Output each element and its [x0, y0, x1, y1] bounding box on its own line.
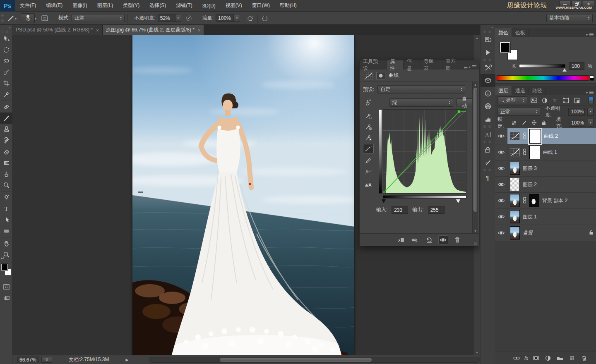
filter-adjustment-layers-icon[interactable] — [541, 97, 549, 104]
panel-menu-icon[interactable] — [472, 65, 476, 68]
k-value-field[interactable]: 100 — [569, 62, 584, 70]
clone-stamp-tool[interactable] — [0, 124, 12, 135]
layer-name[interactable]: 曲线 2 — [544, 133, 558, 140]
dock-collapse-icon[interactable]: « — [481, 25, 495, 31]
close-tab-icon[interactable] — [198, 28, 200, 33]
character-panel-icon[interactable]: A — [481, 128, 495, 141]
move-tool[interactable] — [0, 33, 12, 44]
white-point-eyedropper[interactable] — [363, 132, 374, 142]
path-selection-tool[interactable] — [0, 214, 12, 225]
new-adjustment-layer-icon[interactable] — [544, 354, 552, 362]
opacity-dropdown-button[interactable] — [175, 14, 181, 22]
channel-select[interactable]: 绿 — [389, 98, 453, 107]
panel-menu-caret[interactable] — [469, 64, 471, 69]
brush-preset-caret[interactable] — [15, 15, 17, 21]
tab-navigator[interactable]: 导航器 — [421, 60, 442, 69]
pencil-curve-tool[interactable] — [363, 156, 374, 165]
dodge-tool[interactable] — [0, 180, 12, 191]
layer-style-icon[interactable]: fx — [524, 355, 528, 361]
link-layers-icon[interactable] — [512, 354, 521, 362]
curve-black-point[interactable] — [383, 191, 386, 193]
visibility-eye-icon[interactable] — [495, 128, 507, 144]
visibility-eye-icon[interactable] — [495, 225, 507, 241]
k-slider[interactable] — [519, 64, 565, 68]
layer-row-curves-1[interactable]: 曲线 1 — [495, 144, 596, 160]
curve-white-point[interactable] — [458, 110, 461, 113]
scroll-up-icon[interactable]: ▲ — [474, 35, 480, 40]
lock-pixels-icon[interactable] — [520, 119, 528, 127]
layer-mask-thumb[interactable] — [529, 146, 540, 159]
filter-shape-layers-icon[interactable] — [562, 97, 570, 104]
input-value-field[interactable]: 233 — [392, 206, 408, 214]
tab-layers[interactable]: 图层 — [495, 86, 512, 95]
preset-select[interactable]: 自定 — [377, 85, 465, 93]
new-layer-icon[interactable] — [568, 354, 576, 362]
reset-adjustment-icon[interactable] — [424, 235, 434, 244]
scroll-down-icon[interactable]: ▼ — [473, 228, 478, 233]
delete-layer-icon[interactable] — [580, 354, 588, 362]
tab-histogram[interactable]: 直方图 — [442, 60, 464, 69]
toolbar-collapse-icon[interactable]: » — [0, 25, 12, 31]
paragraph-panel-icon[interactable]: ¶ — [481, 171, 495, 184]
scroll-down-icon[interactable]: ▼ — [474, 350, 480, 355]
clip-to-layer-icon[interactable] — [396, 235, 406, 244]
color-spectrum-ramp[interactable] — [497, 75, 589, 81]
panel-collapse-icon[interactable] — [464, 64, 467, 69]
quick-mask-button[interactable] — [0, 281, 12, 292]
toggle-brush-panel-icon[interactable] — [41, 14, 49, 22]
filter-pixel-layers-icon[interactable] — [530, 97, 538, 104]
menu-file[interactable]: 文件(F) — [15, 0, 41, 12]
type-tool[interactable]: T — [0, 203, 12, 214]
layer-opacity-dropdown[interactable] — [587, 108, 594, 116]
layer-thumb[interactable] — [510, 194, 520, 207]
navigator-panel-icon[interactable] — [481, 100, 495, 113]
toggle-visibility-icon[interactable] — [438, 235, 448, 244]
curves-grid[interactable] — [383, 109, 466, 194]
delete-adjustment-icon[interactable] — [452, 235, 462, 244]
layer-name[interactable]: 背景 — [523, 230, 533, 237]
swap-colors-icon[interactable]: ⇄ — [1, 256, 4, 260]
tab-info[interactable]: 信息 — [404, 60, 421, 69]
add-layer-mask-icon[interactable] — [532, 354, 540, 362]
filter-toggle-switch[interactable] — [589, 97, 594, 104]
layer-thumb[interactable] — [510, 226, 520, 239]
output-value-field[interactable]: 255 — [428, 206, 445, 214]
canvas-horizontal-scrollbar[interactable] — [149, 357, 480, 363]
filter-smart-objects-icon[interactable] — [573, 97, 581, 104]
properties-scrollbar[interactable]: ▲ ▼ — [472, 82, 478, 233]
visibility-eye-icon[interactable] — [495, 209, 507, 225]
layer-name[interactable]: 图层 3 — [523, 165, 537, 172]
menu-type[interactable]: 类型(Y) — [118, 0, 144, 12]
layer-row-curves-2[interactable]: 曲线 2 — [495, 128, 596, 144]
menu-edit[interactable]: 编辑(E) — [41, 0, 67, 12]
filter-type-select[interactable]: 类型 — [497, 96, 527, 104]
smooth-curve-icon[interactable] — [363, 167, 374, 177]
tablet-size-icon[interactable] — [261, 14, 269, 22]
filter-type-layers-icon[interactable]: T — [551, 97, 560, 104]
menu-help[interactable]: 帮助(H) — [275, 0, 302, 12]
actions-panel-icon[interactable] — [481, 46, 495, 59]
scroll-thumb[interactable] — [473, 88, 477, 212]
eraser-tool[interactable] — [0, 146, 12, 157]
layer-name[interactable]: 曲线 1 — [543, 149, 557, 156]
workspace-select[interactable]: 基本功能 — [546, 14, 593, 22]
white-input-slider[interactable] — [456, 199, 460, 203]
brush-size-caret[interactable] — [35, 15, 36, 21]
menu-image[interactable]: 图像(I) — [67, 0, 92, 12]
properties-panel-icon[interactable] — [481, 74, 495, 87]
lock-transparency-icon[interactable] — [510, 119, 518, 127]
crop-tool[interactable] — [0, 78, 12, 89]
panel-menu-icon[interactable] — [589, 91, 594, 94]
tab-psd-document[interactable]: PSD.psd @ 50% (曲线 2, RGB/8) * — [12, 25, 103, 35]
layer-row-layer-1[interactable]: 图层 1 — [495, 209, 596, 225]
healing-brush-tool[interactable] — [0, 101, 12, 113]
hscroll-thumb[interactable] — [220, 358, 372, 362]
layer-name[interactable]: 图层 2 — [523, 181, 537, 188]
visibility-eye-icon[interactable] — [495, 193, 507, 208]
flow-field[interactable]: 100% — [216, 14, 234, 22]
layer-blend-mode-select[interactable]: 正常 — [497, 108, 540, 116]
black-point-eyedropper[interactable] — [363, 111, 374, 121]
smudge-tool[interactable] — [0, 168, 12, 180]
visibility-eye-icon[interactable] — [495, 144, 507, 160]
opacity-field[interactable]: 52% — [158, 14, 175, 22]
